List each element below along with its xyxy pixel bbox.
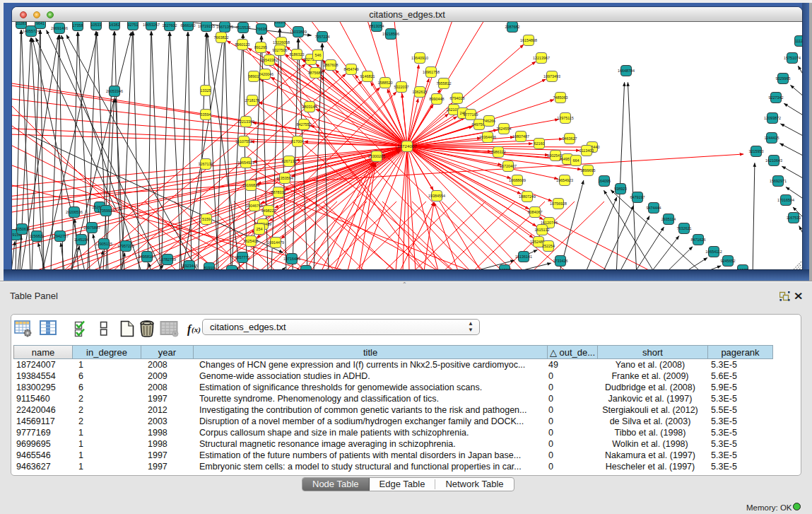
svg-text:12213967: 12213967 <box>533 56 550 60</box>
svg-text:3267130: 3267130 <box>199 162 213 166</box>
svg-text:20691406: 20691406 <box>51 26 68 30</box>
svg-text:8186323: 8186323 <box>290 52 305 57</box>
svg-text:891295: 891295 <box>254 45 267 49</box>
svg-text:9227342: 9227342 <box>769 95 784 100</box>
svg-text:12975115: 12975115 <box>557 116 574 120</box>
svg-text:90975887: 90975887 <box>83 226 100 230</box>
svg-text:9327506: 9327506 <box>273 48 288 52</box>
svg-text:2867608: 2867608 <box>324 63 339 67</box>
svg-text:10756928: 10756928 <box>550 201 567 206</box>
svg-text:6479197: 6479197 <box>630 195 645 199</box>
svg-text:1167533: 1167533 <box>787 216 801 220</box>
svg-text:17957225: 17957225 <box>117 244 134 248</box>
svg-text:1362615: 1362615 <box>413 90 428 94</box>
svg-text:5322037: 5322037 <box>394 85 409 89</box>
svg-text:6794028: 6794028 <box>450 96 465 100</box>
svg-text:2113403: 2113403 <box>579 148 594 153</box>
svg-text:1615132: 1615132 <box>535 228 550 232</box>
svg-text:19384554: 19384554 <box>428 194 445 198</box>
svg-text:11923445: 11923445 <box>181 264 198 268</box>
svg-text:16107552: 16107552 <box>235 139 252 144</box>
svg-text:19654923: 19654923 <box>237 160 254 165</box>
svg-text:18807249: 18807249 <box>519 194 536 199</box>
svg-text:11123: 11123 <box>795 39 802 43</box>
svg-text:8990448: 8990448 <box>430 97 445 101</box>
svg-text:254: 254 <box>257 227 263 231</box>
svg-text:938923: 938923 <box>614 187 627 191</box>
svg-text:16914479: 16914479 <box>267 240 284 245</box>
svg-text:817004: 817004 <box>291 139 304 144</box>
svg-text:96372: 96372 <box>500 268 510 269</box>
svg-text:19716485: 19716485 <box>283 257 300 261</box>
svg-text:16782759: 16782759 <box>159 257 176 262</box>
svg-text:10958107: 10958107 <box>139 255 155 259</box>
svg-text:10688609: 10688609 <box>509 178 526 182</box>
svg-text:9084067: 9084067 <box>528 210 543 214</box>
svg-text:16648784: 16648784 <box>618 69 635 73</box>
svg-text:835061: 835061 <box>16 227 28 231</box>
svg-text:1527602: 1527602 <box>163 23 177 28</box>
svg-text:8960123: 8960123 <box>235 42 250 47</box>
svg-text:19654923: 19654923 <box>556 178 573 182</box>
svg-text:20283: 20283 <box>16 22 27 25</box>
svg-text:53594: 53594 <box>201 112 211 117</box>
svg-text:19166829: 19166829 <box>242 183 259 187</box>
svg-text:13226058: 13226058 <box>273 40 290 45</box>
svg-text:1156829: 1156829 <box>30 234 45 238</box>
svg-text:16543382: 16543382 <box>261 58 278 62</box>
svg-text:3624554: 3624554 <box>497 127 512 131</box>
svg-text:98901: 98901 <box>249 74 259 78</box>
svg-text:(x): (x) <box>192 325 201 334</box>
svg-text:10653267: 10653267 <box>143 23 160 27</box>
svg-text:5159: 5159 <box>202 217 211 221</box>
svg-text:746266: 746266 <box>483 119 495 123</box>
svg-text:16382: 16382 <box>110 23 120 27</box>
svg-text:9329965: 9329965 <box>776 76 791 81</box>
svg-text:17358: 17358 <box>73 23 83 28</box>
svg-text:8471626: 8471626 <box>691 238 706 242</box>
svg-text:12213369: 12213369 <box>237 119 254 124</box>
svg-text:20206536: 20206536 <box>66 210 83 214</box>
svg-text:9146821: 9146821 <box>360 74 375 78</box>
svg-text:8878332: 8878332 <box>271 190 286 194</box>
svg-text:12093872: 12093872 <box>764 116 781 120</box>
svg-text:7485063: 7485063 <box>553 95 568 100</box>
svg-text:9474444: 9474444 <box>647 206 661 210</box>
svg-text:7357224: 7357224 <box>315 35 330 39</box>
svg-text:6966160: 6966160 <box>181 23 196 28</box>
svg-text:8454749: 8454749 <box>344 67 359 71</box>
svg-text:8813054: 8813054 <box>370 24 384 28</box>
svg-text:17359924: 17359924 <box>98 209 114 213</box>
svg-text:17016504: 17016504 <box>777 198 794 202</box>
svg-text:16154808: 16154808 <box>520 38 537 42</box>
svg-text:15751074: 15751074 <box>784 56 801 60</box>
svg-text:9899695: 9899695 <box>581 168 596 173</box>
svg-text:76638: 76638 <box>257 27 267 31</box>
svg-text:20053346: 20053346 <box>106 89 123 93</box>
svg-text:18724007: 18724007 <box>397 144 417 148</box>
svg-text:16973: 16973 <box>738 268 748 269</box>
svg-text:81910: 81910 <box>204 266 215 269</box>
svg-text:2803144: 2803144 <box>302 105 317 109</box>
svg-text:13226: 13226 <box>275 22 286 24</box>
svg-text:16671355: 16671355 <box>216 25 233 29</box>
svg-text:10719155: 10719155 <box>198 24 215 28</box>
svg-text:16210643: 16210643 <box>765 158 782 163</box>
svg-text:13325: 13325 <box>201 88 211 93</box>
svg-text:92751: 92751 <box>128 23 139 27</box>
svg-text:15136141: 15136141 <box>515 255 532 259</box>
svg-text:10807487: 10807487 <box>512 134 529 139</box>
svg-text:13640910: 13640910 <box>411 56 428 60</box>
svg-text:12942757: 12942757 <box>52 234 69 238</box>
svg-text:10046766: 10046766 <box>246 204 263 208</box>
svg-text:1588520: 1588520 <box>378 81 393 85</box>
svg-text:9857771: 9857771 <box>235 255 250 259</box>
svg-text:9463627: 9463627 <box>563 136 577 141</box>
svg-text:11353594: 11353594 <box>276 176 293 180</box>
svg-text:7632621: 7632621 <box>677 226 692 230</box>
svg-text:15692971: 15692971 <box>770 179 787 183</box>
svg-text:7515526: 7515526 <box>236 25 251 30</box>
svg-text:7955812: 7955812 <box>437 81 452 86</box>
svg-text:2087682: 2087682 <box>505 25 520 29</box>
svg-text:10654112: 10654112 <box>705 250 722 254</box>
